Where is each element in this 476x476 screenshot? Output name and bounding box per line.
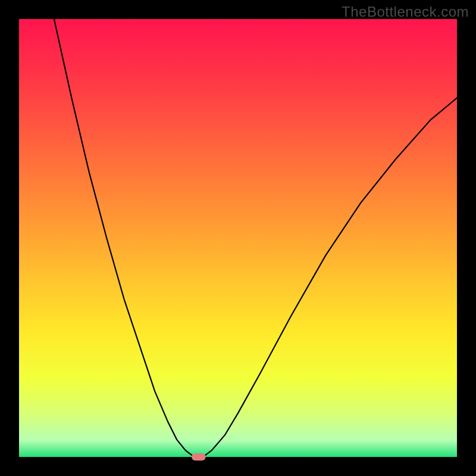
bottleneck-chart [0, 0, 476, 476]
chart-root: TheBottleneck.com [0, 0, 476, 476]
minimum-marker [192, 453, 206, 461]
plot-background [19, 19, 457, 457]
watermark-text: TheBottleneck.com [342, 4, 469, 20]
